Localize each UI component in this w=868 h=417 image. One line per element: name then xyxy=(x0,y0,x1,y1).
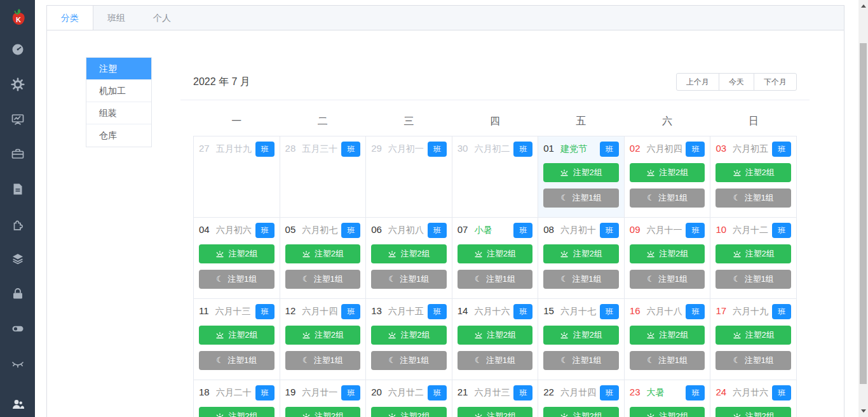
shift-badge[interactable]: 班 xyxy=(513,304,532,319)
shift-badge[interactable]: 班 xyxy=(772,223,791,238)
calendar-cell[interactable]: 22六月廿四班注塑2组☾注塑1组 xyxy=(538,380,625,417)
shift-badge[interactable]: 班 xyxy=(255,385,275,400)
night-shift-button[interactable]: ☾注塑1组 xyxy=(199,351,275,370)
calendar-cell[interactable]: 29六月初一班 xyxy=(366,136,452,217)
day-shift-button[interactable]: 注塑2组 xyxy=(543,163,619,182)
shift-badge[interactable]: 班 xyxy=(513,385,532,400)
shift-badge[interactable]: 班 xyxy=(686,142,705,157)
shift-badge[interactable]: 班 xyxy=(600,223,619,238)
shift-badge[interactable]: 班 xyxy=(341,304,360,319)
tab-category[interactable]: 分类 xyxy=(47,6,93,30)
sidebar-item-settings[interactable] xyxy=(0,77,35,91)
shift-badge[interactable]: 班 xyxy=(428,385,447,400)
day-shift-button[interactable]: 注塑2组 xyxy=(715,407,791,417)
night-shift-button[interactable]: ☾注塑1组 xyxy=(715,189,791,208)
vertical-scrollbar[interactable] xyxy=(858,0,868,417)
category-item-zhusu[interactable]: 注塑 xyxy=(86,58,151,80)
day-shift-button[interactable]: 注塑2组 xyxy=(285,407,361,417)
night-shift-button[interactable]: ☾注塑1组 xyxy=(458,270,533,289)
app-logo[interactable]: K xyxy=(0,0,35,35)
prev-month-button[interactable]: 上个月 xyxy=(676,73,719,91)
sidebar-item-layers[interactable] xyxy=(0,252,35,266)
calendar-cell[interactable]: 23大暑班注塑2组☾注塑1组 xyxy=(624,380,710,417)
calendar-cell[interactable]: 17六月十九班注塑2组☾注塑1组 xyxy=(710,298,797,380)
calendar-cell[interactable]: 12六月十四班注塑2组☾注塑1组 xyxy=(280,298,366,380)
shift-badge[interactable]: 班 xyxy=(255,142,275,157)
calendar-cell[interactable]: 02六月初四班注塑2组☾注塑1组 xyxy=(624,136,710,217)
day-shift-button[interactable]: 注塑2组 xyxy=(285,244,361,263)
shift-badge[interactable]: 班 xyxy=(255,223,275,238)
calendar-cell[interactable]: 13六月十五班注塑2组☾注塑1组 xyxy=(366,298,452,380)
day-shift-button[interactable]: 注塑2组 xyxy=(285,326,361,345)
calendar-cell[interactable]: 16六月十八班注塑2组☾注塑1组 xyxy=(624,298,710,380)
calendar-cell[interactable]: 09六月十一班注塑2组☾注塑1组 xyxy=(624,217,710,298)
shift-badge[interactable]: 班 xyxy=(686,385,705,400)
calendar-cell[interactable]: 06六月初八班注塑2组☾注塑1组 xyxy=(366,217,452,298)
sidebar-item-plugins[interactable] xyxy=(0,217,35,231)
calendar-cell[interactable]: 30六月初二班 xyxy=(452,136,538,217)
sidebar-item-users[interactable] xyxy=(0,397,35,411)
night-shift-button[interactable]: ☾注塑1组 xyxy=(285,270,361,289)
shift-badge[interactable]: 班 xyxy=(600,304,619,319)
day-shift-button[interactable]: 注塑2组 xyxy=(630,244,705,263)
shift-badge[interactable]: 班 xyxy=(600,385,619,400)
shift-badge[interactable]: 班 xyxy=(513,223,532,238)
day-shift-button[interactable]: 注塑2组 xyxy=(630,407,705,417)
night-shift-button[interactable]: ☾注塑1组 xyxy=(715,270,791,289)
day-shift-button[interactable]: 注塑2组 xyxy=(715,163,791,182)
day-shift-button[interactable]: 注塑2组 xyxy=(458,244,533,263)
day-shift-button[interactable]: 注塑2组 xyxy=(715,244,791,263)
calendar-cell[interactable]: 05六月初七班注塑2组☾注塑1组 xyxy=(280,217,366,298)
night-shift-button[interactable]: ☾注塑1组 xyxy=(630,351,705,370)
sidebar-item-documents[interactable] xyxy=(0,182,35,196)
sidebar-item-security[interactable] xyxy=(0,287,35,301)
calendar-cell[interactable]: 07小暑班注塑2组☾注塑1组 xyxy=(452,217,538,298)
shift-badge[interactable]: 班 xyxy=(600,142,619,157)
scroll-up-arrow-icon[interactable] xyxy=(858,1,868,11)
sidebar-item-dashboard[interactable] xyxy=(0,43,35,56)
category-item-jijiagong[interactable]: 机加工 xyxy=(86,80,151,102)
calendar-cell[interactable]: 04六月初六班注塑2组☾注塑1组 xyxy=(194,217,280,298)
calendar-cell[interactable]: 18六月二十班注塑2组☾注塑1组 xyxy=(194,380,280,417)
day-shift-button[interactable]: 注塑2组 xyxy=(458,326,533,345)
sidebar-item-reports[interactable] xyxy=(0,112,35,126)
shift-badge[interactable]: 班 xyxy=(341,223,360,238)
calendar-cell[interactable]: 27五月廿九班 xyxy=(194,136,280,217)
today-button[interactable]: 今天 xyxy=(719,73,754,91)
calendar-cell[interactable]: 21六月廿三班注塑2组☾注塑1组 xyxy=(452,380,538,417)
scroll-down-arrow-icon[interactable] xyxy=(858,406,868,416)
shift-badge[interactable]: 班 xyxy=(772,385,791,400)
tab-personal[interactable]: 个人 xyxy=(139,6,185,30)
day-shift-button[interactable]: 注塑2组 xyxy=(199,244,275,263)
day-shift-button[interactable]: 注塑2组 xyxy=(543,326,619,345)
shift-badge[interactable]: 班 xyxy=(255,304,275,319)
shift-badge[interactable]: 班 xyxy=(686,304,705,319)
day-shift-button[interactable]: 注塑2组 xyxy=(458,407,533,417)
day-shift-button[interactable]: 注塑2组 xyxy=(715,326,791,345)
calendar-cell[interactable]: 14六月十六班注塑2组☾注塑1组 xyxy=(452,298,538,380)
sidebar-item-workbench[interactable] xyxy=(0,147,35,161)
night-shift-button[interactable]: ☾注塑1组 xyxy=(199,270,275,289)
calendar-cell[interactable]: 11六月十三班注塑2组☾注塑1组 xyxy=(194,298,280,380)
day-shift-button[interactable]: 注塑2组 xyxy=(371,244,447,263)
calendar-cell[interactable]: 20六月廿二班注塑2组☾注塑1组 xyxy=(366,380,452,417)
calendar-cell[interactable]: 10六月十二班注塑2组☾注塑1组 xyxy=(710,217,797,298)
night-shift-button[interactable]: ☾注塑1组 xyxy=(543,270,619,289)
calendar-cell[interactable]: 08六月初十班注塑2组☾注塑1组 xyxy=(538,217,625,298)
shift-badge[interactable]: 班 xyxy=(513,142,532,157)
calendar-cell[interactable]: 03六月初五班注塑2组☾注塑1组 xyxy=(710,136,797,217)
night-shift-button[interactable]: ☾注塑1组 xyxy=(630,270,705,289)
shift-badge[interactable]: 班 xyxy=(428,142,447,157)
day-shift-button[interactable]: 注塑2组 xyxy=(630,163,705,182)
shift-badge[interactable]: 班 xyxy=(686,223,705,238)
day-shift-button[interactable]: 注塑2组 xyxy=(371,407,447,417)
shift-badge[interactable]: 班 xyxy=(341,142,360,157)
night-shift-button[interactable]: ☾注塑1组 xyxy=(458,351,533,370)
day-shift-button[interactable]: 注塑2组 xyxy=(371,326,447,345)
shift-badge[interactable]: 班 xyxy=(428,223,447,238)
night-shift-button[interactable]: ☾注塑1组 xyxy=(371,351,447,370)
category-item-cangku[interactable]: 仓库 xyxy=(86,124,151,147)
tab-team[interactable]: 班组 xyxy=(93,6,139,30)
calendar-cell[interactable]: 15六月十七班注塑2组☾注塑1组 xyxy=(538,298,625,380)
day-shift-button[interactable]: 注塑2组 xyxy=(630,326,705,345)
